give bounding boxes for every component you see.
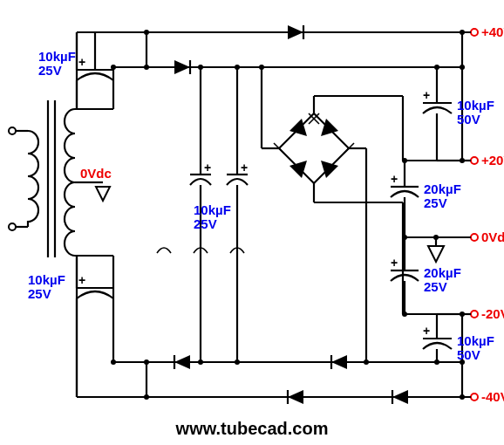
cap-c5: + 20kµF 25V (391, 161, 461, 237)
svg-marker-30 (96, 187, 110, 201)
svg-point-21 (9, 127, 16, 134)
svg-point-131 (144, 30, 149, 35)
svg-point-132 (144, 65, 149, 70)
svg-text:25V: 25V (424, 195, 447, 210)
ground-0v (405, 237, 444, 262)
diode-bot-inner (174, 355, 190, 369)
svg-marker-88 (321, 161, 338, 178)
svg-point-140 (402, 158, 407, 163)
svg-text:0Vdc: 0Vdc (481, 229, 504, 244)
svg-text:20kµF: 20kµF (424, 181, 461, 196)
svg-point-4 (471, 234, 478, 241)
svg-marker-62 (331, 355, 347, 369)
svg-point-133 (198, 65, 203, 70)
svg-point-151 (235, 359, 240, 365)
svg-marker-51 (288, 25, 303, 39)
svg-point-139 (460, 158, 465, 163)
cap-c2: + 10kµF 25V (28, 256, 113, 397)
svg-point-146 (460, 359, 465, 365)
svg-point-148 (144, 359, 149, 365)
svg-point-144 (460, 312, 465, 317)
svg-text:+: + (241, 161, 248, 175)
svg-point-149 (144, 394, 149, 400)
svg-point-143 (402, 312, 407, 317)
svg-text:+: + (391, 256, 398, 270)
svg-text:25V: 25V (38, 63, 62, 78)
svg-point-145 (434, 359, 439, 365)
svg-text:50V: 50V (457, 347, 480, 362)
svg-point-153 (111, 65, 116, 70)
svg-point-150 (198, 359, 203, 365)
svg-marker-117 (428, 246, 444, 262)
svg-point-136 (460, 65, 465, 70)
svg-text:10kµF: 10kµF (457, 333, 494, 348)
svg-text:-20Vdc: -20Vdc (481, 306, 504, 321)
svg-text:10kµF: 10kµF (457, 98, 494, 113)
svg-point-138 (434, 65, 439, 70)
svg-text:+20Vdc: +20Vdc (481, 153, 504, 168)
svg-text:10kµF: 10kµF (194, 202, 231, 217)
svg-text:50V: 50V (457, 112, 480, 127)
junction-dots (111, 30, 465, 400)
svg-marker-53 (174, 60, 190, 74)
cap-c4: + 10kµF 50V (423, 67, 494, 161)
svg-marker-57 (174, 355, 190, 369)
svg-point-141 (402, 235, 407, 240)
cap-c3b: + 10kµF 25V (194, 67, 248, 253)
svg-point-6 (471, 311, 478, 318)
svg-point-8 (471, 394, 478, 400)
svg-text:0Vdc: 0Vdc (80, 166, 112, 181)
svg-marker-64 (392, 390, 408, 404)
terminal-minus20: -20Vdc (471, 306, 504, 321)
svg-text:25V: 25V (424, 279, 447, 294)
svg-text:25V: 25V (28, 286, 51, 301)
svg-text:+: + (391, 172, 398, 186)
cap-c6: + 20kµF 25V (391, 237, 461, 314)
svg-text:+40Vdc: +40Vdc (481, 24, 504, 39)
svg-point-137 (460, 30, 465, 35)
svg-point-0 (471, 29, 478, 36)
cap-c7: + 10kµF 50V (423, 314, 494, 362)
svg-point-2 (471, 157, 478, 164)
diode-bot-outer (288, 390, 303, 404)
svg-marker-85 (289, 161, 307, 178)
svg-text:+: + (78, 273, 85, 287)
bridge-rectifier (262, 67, 462, 362)
svg-text:+: + (423, 324, 430, 338)
diode-bot-right-outer (392, 390, 408, 404)
svg-point-134 (235, 65, 240, 70)
svg-text:+: + (78, 55, 85, 69)
svg-text:+: + (204, 161, 211, 175)
svg-text:25V: 25V (194, 216, 217, 231)
svg-point-135 (259, 65, 264, 70)
terminal-plus20: +20Vdc (471, 153, 504, 168)
svg-point-142 (433, 235, 439, 240)
svg-marker-79 (289, 119, 307, 136)
transformer: 0Vdc (9, 100, 113, 257)
svg-text:10kµF: 10kµF (28, 272, 65, 287)
svg-text:20kµF: 20kµF (424, 265, 461, 280)
diode-top-inner (174, 60, 190, 74)
svg-point-147 (460, 394, 465, 400)
svg-text:10kµF: 10kµF (38, 49, 76, 64)
psu-schematic: +40Vdc +20Vdc 0Vdc -20Vdc -40Vdc (0, 0, 504, 445)
terminal-plus40: +40Vdc (471, 24, 504, 39)
svg-point-22 (9, 223, 16, 230)
svg-point-152 (364, 359, 369, 365)
footer-url: www.tubecad.com (175, 419, 329, 438)
diode-bot-right (331, 355, 347, 369)
svg-marker-82 (321, 119, 338, 136)
svg-marker-59 (288, 390, 303, 404)
svg-point-154 (111, 359, 116, 365)
terminal-zero: 0Vdc (471, 229, 504, 244)
svg-text:+: + (423, 88, 430, 102)
svg-text:-40Vdc: -40Vdc (481, 389, 504, 404)
diode-top-outer (288, 25, 303, 39)
terminal-minus40: -40Vdc (471, 389, 504, 404)
